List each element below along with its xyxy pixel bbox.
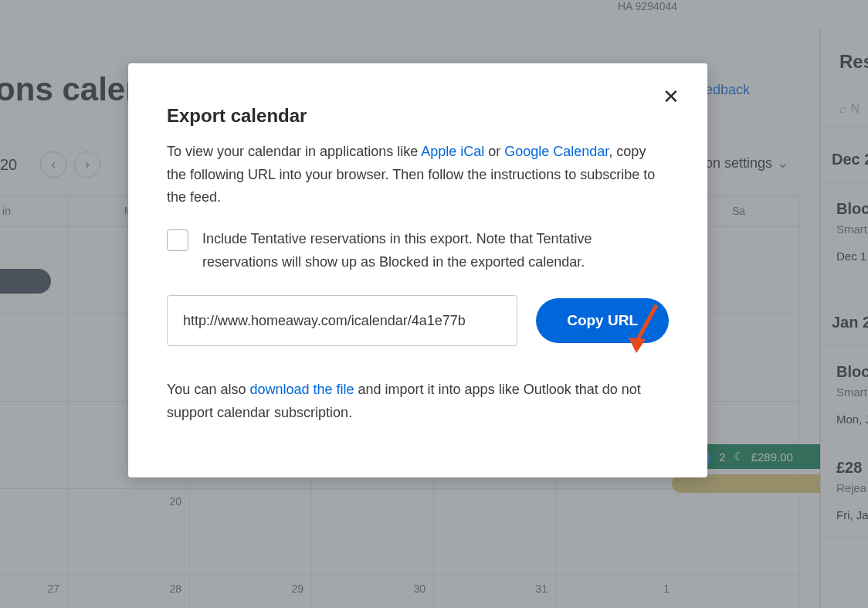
close-icon: ✕ xyxy=(663,85,680,108)
checkbox-label: Include Tentative reservations in this e… xyxy=(202,228,669,273)
svg-line-0 xyxy=(636,305,656,342)
export-calendar-modal: ✕ Export calendar To view your calendar … xyxy=(128,63,707,477)
svg-marker-1 xyxy=(629,338,646,353)
export-url-input[interactable] xyxy=(167,295,517,346)
modal-description: To view your calendar in applications li… xyxy=(167,141,669,209)
modal-footer-text: You can also download the file and impor… xyxy=(167,379,669,424)
google-calendar-link[interactable]: Google Calendar xyxy=(504,144,609,159)
modal-title: Export calendar xyxy=(167,105,669,127)
download-file-link[interactable]: download the file xyxy=(249,382,354,397)
include-tentative-checkbox[interactable] xyxy=(167,229,188,251)
annotation-arrow-icon xyxy=(626,299,664,353)
close-button[interactable]: ✕ xyxy=(663,87,680,107)
apple-ical-link[interactable]: Apple iCal xyxy=(421,144,484,159)
